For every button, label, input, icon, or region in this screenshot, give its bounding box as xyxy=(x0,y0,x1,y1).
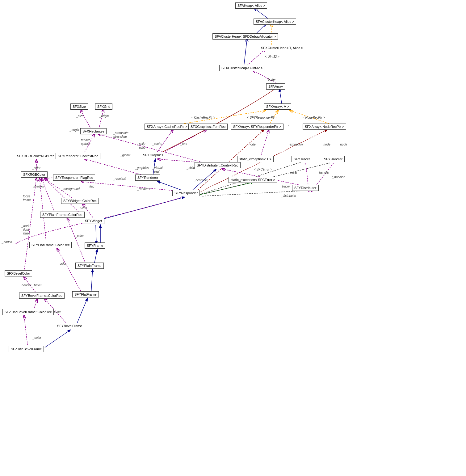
node-SFAClusterHeapSFDD: SFAClusterHeap< SFDDebugAllocator > xyxy=(212,33,278,40)
node-static-exceptionT: static_exception< T > xyxy=(237,156,274,162)
node-SFXArrayNodeRecPtr: SFXArray< NodeRecPtr > xyxy=(303,124,346,130)
node-SFYTracer: SFYTracer xyxy=(292,156,312,162)
svg-line-14 xyxy=(161,130,206,154)
arrows-svg xyxy=(0,0,466,476)
label-color: _color xyxy=(32,166,40,170)
label-origin2: _origin xyxy=(70,128,79,132)
label-size: _size xyxy=(76,114,83,118)
svg-line-26 xyxy=(102,197,185,219)
label-node2: _node xyxy=(322,143,330,146)
label-header: header xyxy=(22,284,31,287)
svg-line-6 xyxy=(279,89,282,105)
label-node3: _node xyxy=(338,143,347,146)
node-SFYFlatFrame: SFYFlatFrame xyxy=(72,291,99,297)
label-UInt32: < UInt32 > xyxy=(265,55,279,58)
svg-line-46 xyxy=(40,179,46,243)
node-SFXArrayCacheRecPtr: SFXArray< CacheRecPtr > xyxy=(145,124,190,130)
label-real: _real xyxy=(153,170,159,173)
node-SFYFlatFrameColorRec: SFYFlatFrame::ColorRec xyxy=(29,242,72,248)
label-utranslate: utranslate xyxy=(113,135,127,138)
svg-line-1 xyxy=(256,24,266,33)
label-origin: _origin xyxy=(99,114,109,118)
node-SFXBevelColor: SFXBevelColor xyxy=(5,270,32,276)
label-node: _node xyxy=(247,143,256,146)
label-base: _base xyxy=(22,232,30,235)
label-buffer: _buffer xyxy=(266,78,276,81)
node-SFXRGBColor: SFXRGBColor xyxy=(21,171,48,178)
svg-line-49 xyxy=(82,182,183,192)
label-background: _background xyxy=(62,187,80,191)
label-bevel: bevel xyxy=(34,284,41,287)
node-SFXSize: SFXSize xyxy=(70,103,88,110)
label-color2: _color xyxy=(79,206,87,209)
node-static-exceptionSFCError: static_exception< SFCError > xyxy=(229,177,277,183)
node-SFYDistributer: SFYDistributer xyxy=(292,185,319,191)
label-virtual: _virtual xyxy=(153,166,162,170)
svg-line-36 xyxy=(24,316,28,348)
svg-line-31 xyxy=(91,269,93,293)
label-tracer2: _tracer xyxy=(280,185,290,188)
label-tracer: _tracer xyxy=(288,171,297,174)
label-global: _global xyxy=(120,154,130,157)
label-graphics: _graphics xyxy=(135,166,149,170)
svg-line-13 xyxy=(156,130,173,154)
label-light: _light xyxy=(22,228,29,231)
node-SFXArrayV: SFXArray< V > xyxy=(264,103,291,110)
diagram-container: SFAHeap< Alloc > SFAClusterHeap< Alloc >… xyxy=(0,0,466,476)
label-distributer: _distributer xyxy=(281,194,296,197)
svg-line-5 xyxy=(253,70,276,83)
svg-line-52 xyxy=(96,225,96,244)
label-CacheRecPtr: < CacheRecPtr > xyxy=(191,116,215,119)
label-color6: _color xyxy=(33,336,41,339)
svg-line-11 xyxy=(99,110,103,129)
node-SFYBevelFrame: SFYBevelFrame xyxy=(55,323,84,329)
label-renderer: _renderer xyxy=(137,187,150,191)
node-SFXArraySFYResponderPtr: SFXArray< SFYResponderPtr > xyxy=(231,124,283,130)
label-dark: _dark xyxy=(22,224,29,228)
svg-line-45 xyxy=(42,179,55,213)
node-SFYWidgetColorRec: SFYWidget::ColorRec xyxy=(61,198,99,204)
node-SFAClusterHeapAlloc: SFAClusterHeap< Alloc > xyxy=(254,19,296,25)
label-dcontext: _dcontext xyxy=(194,179,207,182)
node-SFXGraphics: SFXGraphics xyxy=(141,152,165,158)
svg-line-4 xyxy=(244,39,247,65)
label-color4: _color xyxy=(58,262,66,265)
svg-line-21 xyxy=(198,182,253,195)
label-focus: focus xyxy=(23,195,30,198)
label-bound: _bound xyxy=(2,240,12,244)
svg-line-3 xyxy=(247,49,265,65)
label-T: T xyxy=(288,124,290,127)
label-SFCError: < SFCError > xyxy=(254,168,272,171)
label-shadow: shadow xyxy=(33,185,44,188)
node-SFYFrame: SFYFrame xyxy=(85,242,105,249)
node-SFYResponder: SFYResponder xyxy=(172,190,200,196)
svg-line-29 xyxy=(94,250,97,264)
node-SFYHandler: SFYHandler xyxy=(322,156,345,162)
node-SFYResponderFlagRec: SFYResponder::FlagRec xyxy=(53,175,95,181)
label-cache: _cache xyxy=(152,142,162,145)
node-SFXGraphicsFontRec: SFXGraphics::FontRec xyxy=(188,124,228,130)
node-SFYPlainFrameColorRec: SFYPlainFrame::ColorRec xyxy=(40,212,85,218)
node-SFXGrid: SFXGrid xyxy=(95,103,112,110)
label-handler2: /_handler xyxy=(332,175,345,179)
label-stranslate: _stranslate xyxy=(113,131,128,135)
label-rcontext: _rcontext xyxy=(113,177,126,180)
node-SFAArray: SFAArray xyxy=(266,83,285,90)
label-render: render xyxy=(81,138,90,142)
node-SFXClusterHeapUInt32: SFXClusterHeap< UInt32 > xyxy=(219,65,265,71)
label-child: _child xyxy=(187,166,195,170)
svg-line-43 xyxy=(260,130,269,158)
svg-line-30 xyxy=(67,218,86,264)
svg-line-41 xyxy=(99,134,208,164)
node-SFZTitleBevelFrameColorRec: SFZTitleBevelFrame::ColorRec xyxy=(2,309,54,315)
node-SFZTitleBevelFrame: SFZTitleBevelFrame xyxy=(9,346,44,352)
node-SFXRGBColorRGBRec: SFXRGBColor::RGBRec xyxy=(15,153,57,159)
svg-line-32 xyxy=(57,249,82,293)
node-SFAHeap: SFAHeap< Alloc > xyxy=(235,2,267,9)
node-SFXClusterHeapT: SFXClusterHeap< T, Alloc > xyxy=(259,45,305,51)
node-SFYBevelFrameColorRec: SFYBevelFrame::ColorRec xyxy=(19,293,65,299)
label-SFYResponderPtr: < SFYResponderPtr > xyxy=(247,116,277,119)
label-update: update xyxy=(81,142,90,145)
node-SFYPlainFrame: SFYPlainFrame xyxy=(75,263,104,269)
label-flag: _flag xyxy=(88,185,94,188)
